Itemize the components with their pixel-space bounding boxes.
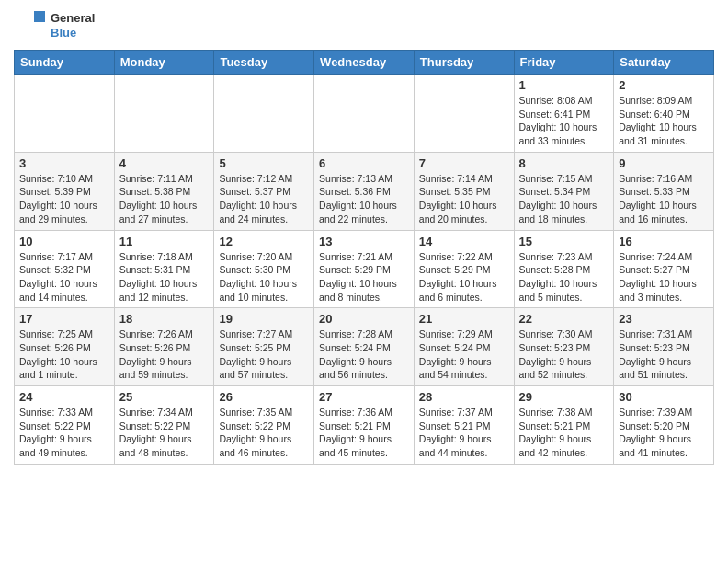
calendar-cell: 24Sunrise: 7:33 AM Sunset: 5:22 PM Dayli… bbox=[15, 386, 115, 465]
day-number: 15 bbox=[519, 235, 609, 248]
calendar-cell: 7Sunrise: 7:14 AM Sunset: 5:35 PM Daylig… bbox=[414, 152, 514, 230]
day-info: Sunrise: 7:39 AM Sunset: 5:20 PM Dayligh… bbox=[619, 406, 709, 460]
day-number: 26 bbox=[219, 390, 309, 404]
calendar-cell: 11Sunrise: 7:18 AM Sunset: 5:31 PM Dayli… bbox=[114, 230, 214, 308]
day-number: 7 bbox=[419, 156, 509, 170]
day-info: Sunrise: 8:08 AM Sunset: 6:41 PM Dayligh… bbox=[519, 94, 609, 148]
weekday-header-wednesday: Wednesday bbox=[314, 51, 415, 75]
calendar-cell bbox=[15, 75, 115, 153]
calendar-cell: 8Sunrise: 7:15 AM Sunset: 5:34 PM Daylig… bbox=[514, 152, 614, 230]
calendar-cell: 17Sunrise: 7:25 AM Sunset: 5:26 PM Dayli… bbox=[15, 308, 115, 386]
day-number: 4 bbox=[119, 156, 210, 170]
day-info: Sunrise: 7:29 AM Sunset: 5:24 PM Dayligh… bbox=[419, 327, 509, 382]
day-info: Sunrise: 7:36 AM Sunset: 5:21 PM Dayligh… bbox=[319, 406, 409, 460]
day-info: Sunrise: 7:10 AM Sunset: 5:39 PM Dayligh… bbox=[19, 172, 109, 226]
day-info: Sunrise: 7:30 AM Sunset: 5:23 PM Dayligh… bbox=[519, 327, 609, 382]
calendar-week-row: 24Sunrise: 7:33 AM Sunset: 5:22 PM Dayli… bbox=[15, 386, 714, 465]
calendar-cell: 18Sunrise: 7:26 AM Sunset: 5:26 PM Dayli… bbox=[114, 308, 214, 386]
day-info: Sunrise: 7:38 AM Sunset: 5:21 PM Dayligh… bbox=[519, 406, 609, 460]
weekday-header-tuesday: Tuesday bbox=[214, 51, 314, 75]
day-number: 17 bbox=[19, 312, 109, 326]
day-info: Sunrise: 7:23 AM Sunset: 5:28 PM Dayligh… bbox=[519, 250, 609, 304]
svg-marker-0 bbox=[34, 11, 45, 22]
day-number: 14 bbox=[419, 235, 509, 248]
day-number: 20 bbox=[319, 312, 409, 326]
calendar-cell bbox=[214, 75, 314, 153]
calendar-cell: 29Sunrise: 7:38 AM Sunset: 5:21 PM Dayli… bbox=[514, 386, 614, 465]
logo-general: General bbox=[51, 11, 95, 26]
weekday-header-monday: Monday bbox=[114, 51, 214, 75]
calendar-cell: 16Sunrise: 7:24 AM Sunset: 5:27 PM Dayli… bbox=[614, 230, 714, 308]
calendar-cell: 26Sunrise: 7:35 AM Sunset: 5:22 PM Dayli… bbox=[214, 386, 314, 465]
weekday-header-saturday: Saturday bbox=[614, 51, 714, 75]
calendar-week-row: 3Sunrise: 7:10 AM Sunset: 5:39 PM Daylig… bbox=[15, 152, 714, 230]
day-number: 21 bbox=[419, 312, 509, 326]
day-number: 16 bbox=[619, 235, 709, 248]
calendar-cell: 21Sunrise: 7:29 AM Sunset: 5:24 PM Dayli… bbox=[414, 308, 514, 386]
calendar-cell: 2Sunrise: 8:09 AM Sunset: 6:40 PM Daylig… bbox=[614, 75, 714, 153]
calendar-cell: 15Sunrise: 7:23 AM Sunset: 5:28 PM Dayli… bbox=[514, 230, 614, 308]
calendar-cell bbox=[314, 75, 415, 153]
day-info: Sunrise: 7:28 AM Sunset: 5:24 PM Dayligh… bbox=[319, 327, 409, 382]
day-number: 5 bbox=[219, 156, 309, 170]
calendar-table: SundayMondayTuesdayWednesdayThursdayFrid… bbox=[14, 50, 714, 465]
calendar-cell: 10Sunrise: 7:17 AM Sunset: 5:32 PM Dayli… bbox=[15, 230, 115, 308]
day-info: Sunrise: 7:14 AM Sunset: 5:35 PM Dayligh… bbox=[419, 172, 509, 226]
calendar-cell: 30Sunrise: 7:39 AM Sunset: 5:20 PM Dayli… bbox=[614, 386, 714, 465]
weekday-header-row: SundayMondayTuesdayWednesdayThursdayFrid… bbox=[15, 51, 714, 75]
calendar-cell: 4Sunrise: 7:11 AM Sunset: 5:38 PM Daylig… bbox=[114, 152, 214, 230]
day-info: Sunrise: 7:16 AM Sunset: 5:33 PM Dayligh… bbox=[619, 172, 709, 226]
day-number: 6 bbox=[319, 156, 409, 170]
weekday-header-thursday: Thursday bbox=[414, 51, 514, 75]
day-number: 19 bbox=[219, 312, 309, 326]
day-info: Sunrise: 7:18 AM Sunset: 5:31 PM Dayligh… bbox=[119, 250, 210, 304]
day-number: 9 bbox=[619, 156, 709, 170]
calendar-cell: 1Sunrise: 8:08 AM Sunset: 6:41 PM Daylig… bbox=[514, 75, 614, 153]
day-info: Sunrise: 7:26 AM Sunset: 5:26 PM Dayligh… bbox=[119, 327, 210, 382]
day-number: 11 bbox=[119, 235, 210, 248]
calendar-cell bbox=[114, 75, 214, 153]
calendar-cell: 13Sunrise: 7:21 AM Sunset: 5:29 PM Dayli… bbox=[314, 230, 415, 308]
day-info: Sunrise: 7:12 AM Sunset: 5:37 PM Dayligh… bbox=[219, 172, 309, 226]
calendar-cell: 5Sunrise: 7:12 AM Sunset: 5:37 PM Daylig… bbox=[214, 152, 314, 230]
day-number: 13 bbox=[319, 235, 409, 248]
day-number: 3 bbox=[19, 156, 109, 170]
day-info: Sunrise: 7:31 AM Sunset: 5:23 PM Dayligh… bbox=[619, 327, 709, 382]
calendar-cell: 22Sunrise: 7:30 AM Sunset: 5:23 PM Dayli… bbox=[514, 308, 614, 386]
day-info: Sunrise: 7:24 AM Sunset: 5:27 PM Dayligh… bbox=[619, 250, 709, 304]
day-number: 2 bbox=[619, 78, 709, 92]
day-number: 25 bbox=[119, 390, 210, 404]
day-info: Sunrise: 7:22 AM Sunset: 5:29 PM Dayligh… bbox=[419, 250, 509, 304]
day-info: Sunrise: 7:13 AM Sunset: 5:36 PM Dayligh… bbox=[319, 172, 409, 226]
day-info: Sunrise: 7:20 AM Sunset: 5:30 PM Dayligh… bbox=[219, 250, 309, 304]
day-number: 27 bbox=[319, 390, 409, 404]
page-header: GeneralBlue bbox=[14, 9, 714, 42]
calendar-cell: 6Sunrise: 7:13 AM Sunset: 5:36 PM Daylig… bbox=[314, 152, 415, 230]
calendar-cell: 23Sunrise: 7:31 AM Sunset: 5:23 PM Dayli… bbox=[614, 308, 714, 386]
calendar-week-row: 17Sunrise: 7:25 AM Sunset: 5:26 PM Dayli… bbox=[15, 308, 714, 386]
day-info: Sunrise: 7:27 AM Sunset: 5:25 PM Dayligh… bbox=[219, 327, 309, 382]
calendar-week-row: 1Sunrise: 8:08 AM Sunset: 6:41 PM Daylig… bbox=[15, 75, 714, 153]
day-number: 24 bbox=[19, 390, 109, 404]
calendar-cell: 9Sunrise: 7:16 AM Sunset: 5:33 PM Daylig… bbox=[614, 152, 714, 230]
calendar-cell: 28Sunrise: 7:37 AM Sunset: 5:21 PM Dayli… bbox=[414, 386, 514, 465]
day-number: 8 bbox=[519, 156, 609, 170]
day-number: 12 bbox=[219, 235, 309, 248]
weekday-header-sunday: Sunday bbox=[15, 51, 115, 75]
logo-icon bbox=[14, 9, 47, 42]
day-number: 29 bbox=[519, 390, 609, 404]
calendar-cell: 20Sunrise: 7:28 AM Sunset: 5:24 PM Dayli… bbox=[314, 308, 415, 386]
day-info: Sunrise: 7:11 AM Sunset: 5:38 PM Dayligh… bbox=[119, 172, 210, 226]
day-number: 10 bbox=[19, 235, 109, 248]
day-number: 22 bbox=[519, 312, 609, 326]
calendar-cell: 19Sunrise: 7:27 AM Sunset: 5:25 PM Dayli… bbox=[214, 308, 314, 386]
logo: GeneralBlue bbox=[14, 9, 95, 42]
day-info: Sunrise: 7:34 AM Sunset: 5:22 PM Dayligh… bbox=[119, 406, 210, 460]
calendar-cell: 3Sunrise: 7:10 AM Sunset: 5:39 PM Daylig… bbox=[15, 152, 115, 230]
calendar-cell: 27Sunrise: 7:36 AM Sunset: 5:21 PM Dayli… bbox=[314, 386, 415, 465]
day-number: 18 bbox=[119, 312, 210, 326]
calendar-cell bbox=[414, 75, 514, 153]
weekday-header-friday: Friday bbox=[514, 51, 614, 75]
day-number: 1 bbox=[519, 78, 609, 92]
day-number: 28 bbox=[419, 390, 509, 404]
